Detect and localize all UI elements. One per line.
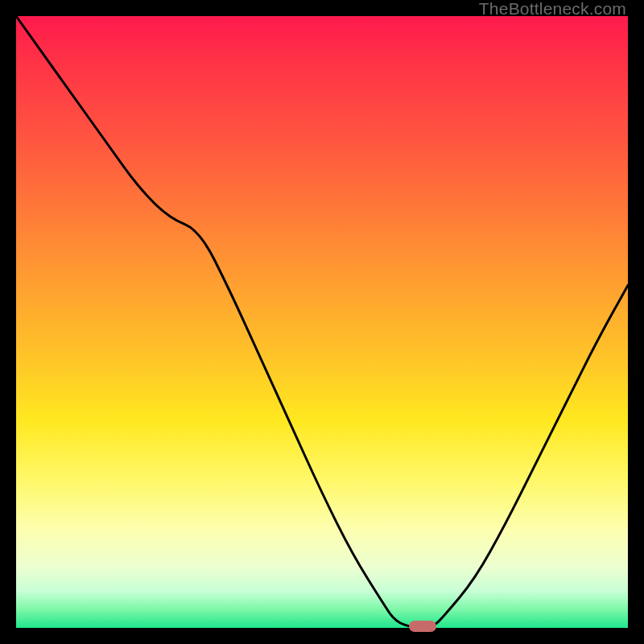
- plot-area: [16, 16, 628, 628]
- optimal-marker: [409, 621, 436, 632]
- chart-frame: TheBottleneck.com: [0, 0, 644, 644]
- bottleneck-curve: [16, 16, 628, 628]
